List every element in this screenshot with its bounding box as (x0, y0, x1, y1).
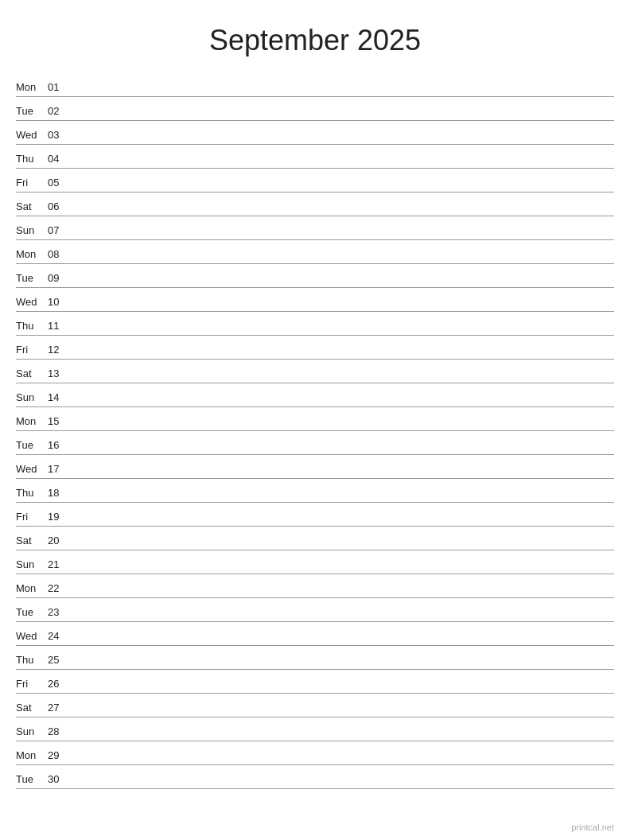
day-name: Tue (16, 606, 48, 618)
calendar-row: Tue09 (16, 264, 614, 288)
calendar-row: Thu04 (16, 145, 614, 169)
day-number: 17 (48, 463, 72, 475)
watermark: printcal.net (571, 822, 614, 832)
day-line (72, 474, 614, 475)
day-number: 09 (48, 272, 72, 284)
calendar-row: Fri26 (16, 670, 614, 694)
day-name: Wed (16, 630, 48, 642)
day-line (72, 331, 614, 332)
day-name: Mon (16, 248, 48, 260)
day-line (72, 498, 614, 499)
calendar-row: Wed10 (16, 288, 614, 312)
calendar-row: Wed17 (16, 455, 614, 479)
day-name: Sun (16, 725, 48, 737)
day-line (72, 164, 614, 165)
day-name: Wed (16, 296, 48, 308)
day-number: 12 (48, 344, 72, 356)
calendar-row: Wed24 (16, 622, 614, 646)
day-line (72, 617, 614, 618)
day-name: Fri (16, 678, 48, 690)
calendar-page: September 2025 Mon01Tue02Wed03Thu04Fri05… (0, 0, 630, 840)
day-name: Sat (16, 368, 48, 379)
day-name: Wed (16, 463, 48, 475)
day-name: Sat (16, 535, 48, 546)
day-number: 14 (48, 391, 72, 403)
calendar-row: Sat20 (16, 527, 614, 550)
day-line (72, 450, 614, 451)
day-line (72, 212, 614, 212)
day-line (72, 379, 614, 379)
calendar-row: Sat06 (16, 192, 614, 216)
day-number: 19 (48, 511, 72, 523)
day-name: Tue (16, 773, 48, 785)
day-name: Mon (16, 81, 48, 93)
day-line (72, 235, 614, 236)
day-line (72, 570, 614, 570)
day-number: 26 (48, 678, 72, 690)
day-line (72, 641, 614, 642)
calendar-row: Sat27 (16, 694, 614, 718)
calendar-row: Thu11 (16, 312, 614, 336)
calendar-row: Thu18 (16, 479, 614, 503)
calendar-row: Tue30 (16, 765, 614, 789)
day-name: Sun (16, 224, 48, 236)
day-number: 28 (48, 725, 72, 737)
day-line (72, 355, 614, 356)
calendar-row: Tue16 (16, 431, 614, 455)
day-number: 06 (48, 200, 72, 212)
day-line (72, 116, 614, 117)
day-name: Thu (16, 487, 48, 499)
day-name: Wed (16, 129, 48, 141)
day-line (72, 665, 614, 666)
day-name: Fri (16, 344, 48, 356)
day-number: 21 (48, 558, 72, 570)
day-name: Tue (16, 439, 48, 451)
day-line (72, 784, 614, 785)
calendar-row: Mon29 (16, 741, 614, 765)
day-number: 18 (48, 487, 72, 499)
day-line (72, 689, 614, 690)
calendar-row: Mon15 (16, 407, 614, 431)
calendar-row: Tue23 (16, 598, 614, 622)
calendar-row: Thu25 (16, 646, 614, 670)
day-line (72, 426, 614, 427)
day-line (72, 283, 614, 284)
day-name: Sun (16, 558, 48, 570)
day-number: 13 (48, 368, 72, 379)
day-line (72, 760, 614, 761)
day-name: Tue (16, 105, 48, 117)
calendar-rows: Mon01Tue02Wed03Thu04Fri05Sat06Sun07Mon08… (16, 73, 614, 789)
calendar-row: Fri05 (16, 169, 614, 192)
calendar-row: Sat13 (16, 360, 614, 383)
day-number: 01 (48, 81, 72, 93)
day-number: 03 (48, 129, 72, 141)
day-name: Thu (16, 320, 48, 332)
day-number: 29 (48, 749, 72, 761)
day-number: 05 (48, 177, 72, 189)
calendar-row: Mon01 (16, 73, 614, 97)
day-name: Mon (16, 415, 48, 427)
calendar-row: Fri19 (16, 503, 614, 527)
calendar-row: Mon22 (16, 574, 614, 598)
day-number: 22 (48, 582, 72, 594)
day-number: 08 (48, 248, 72, 260)
day-name: Sat (16, 200, 48, 212)
day-number: 24 (48, 630, 72, 642)
day-number: 04 (48, 153, 72, 165)
day-line (72, 522, 614, 523)
day-line (72, 546, 614, 546)
calendar-row: Fri12 (16, 336, 614, 360)
day-number: 25 (48, 654, 72, 666)
day-name: Mon (16, 749, 48, 761)
calendar-row: Sun14 (16, 383, 614, 407)
day-name: Thu (16, 153, 48, 165)
day-line (72, 307, 614, 308)
day-line (72, 188, 614, 189)
day-number: 02 (48, 105, 72, 117)
calendar-row: Sun28 (16, 718, 614, 741)
day-number: 15 (48, 415, 72, 427)
day-line (72, 593, 614, 594)
calendar-row: Wed03 (16, 121, 614, 145)
day-name: Mon (16, 582, 48, 594)
day-line (72, 737, 614, 737)
